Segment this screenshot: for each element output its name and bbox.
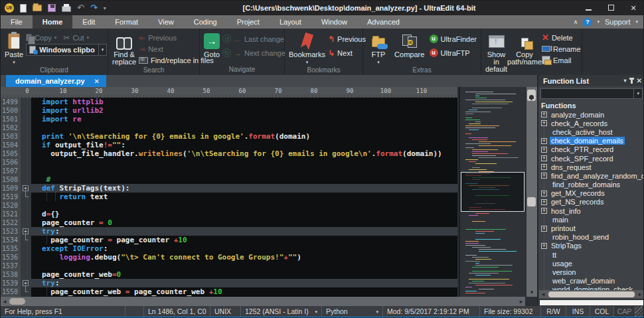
expand-icon[interactable]: + [541, 147, 547, 153]
status-column-mode-toggle[interactable]: COL [590, 306, 614, 317]
vertical-scrollbar[interactable]: ▾ [526, 87, 537, 297]
print-icon[interactable] [62, 6, 71, 12]
help-icon[interactable]: ? [583, 18, 592, 27]
menu-tab-home[interactable]: Home [33, 15, 73, 29]
function-list-edit-box[interactable] [539, 299, 644, 306]
minimize-button[interactable] [577, 1, 600, 15]
document-map[interactable] [459, 87, 525, 297]
menu-tab-layout[interactable]: Layout [270, 15, 311, 29]
function-item-host_info[interactable]: +host_info [541, 206, 644, 215]
expand-icon[interactable]: + [541, 138, 547, 144]
function-item-check_active_host[interactable]: check_active_host [541, 127, 644, 136]
bookmark-previous-button[interactable]: ↰ Previous [328, 34, 366, 44]
open-folder-icon[interactable] [33, 5, 42, 11]
scroll-left-icon[interactable]: ◂ [1, 298, 9, 305]
new-file-icon[interactable] [20, 4, 27, 13]
status-language-select[interactable]: Python▾ [322, 306, 383, 317]
menu-tab-format[interactable]: Format [105, 15, 148, 29]
fold-expand-icon[interactable]: + [23, 185, 29, 191]
ftp-button[interactable]: FTP▾ [367, 31, 390, 66]
function-item-printout[interactable]: +printout [541, 224, 644, 232]
show-in-default-app-button[interactable]: Show in default app [485, 31, 507, 80]
status-read-write-toggle[interactable]: R/W [541, 306, 566, 317]
expand-icon[interactable]: + [541, 199, 547, 205]
close-button[interactable]: ✕ [622, 1, 644, 15]
support-caret-icon[interactable]: ▾ [635, 19, 638, 25]
function-list-hscrollbar[interactable]: ◂ ▸ [539, 290, 644, 298]
bookmarks-button[interactable]: Bookmarks▾ [289, 31, 325, 66]
menu-tab-project[interactable]: Project [227, 15, 270, 29]
maximize-button[interactable] [600, 1, 622, 15]
next-change-button[interactable]: ↻ → Next change [222, 48, 285, 58]
find-replace-button[interactable]: Find & replace [112, 31, 136, 66]
expand-icon[interactable]: + [541, 173, 547, 179]
expand-icon[interactable]: + [541, 208, 547, 214]
pin-icon[interactable] [631, 78, 633, 84]
function-item-get_MX_records[interactable]: +get_MX_records [541, 189, 644, 198]
function-item-check_domain_emails[interactable]: +check_domain_emails [541, 137, 644, 145]
last-change-button[interactable]: ↺ ← Last change [222, 34, 285, 44]
panel-close-icon[interactable]: ✕ [637, 77, 642, 84]
delete-button[interactable]: ✕ Delete [542, 33, 581, 42]
function-item-check_A_records[interactable]: +check_A_records [541, 119, 644, 127]
email-button[interactable]: Email [542, 55, 581, 65]
expand-icon[interactable]: + [541, 112, 547, 118]
redo-icon[interactable]: ↷ [90, 3, 98, 13]
menu-tab-coding[interactable]: Coding [184, 15, 227, 29]
expand-icon[interactable]: + [541, 120, 547, 126]
paste-button[interactable]: Paste▾ [5, 31, 23, 66]
expand-icon[interactable]: + [541, 155, 547, 161]
copy-button[interactable]: Copy▾ [26, 33, 56, 42]
compare-button[interactable]: UE Compare [392, 31, 427, 58]
horizontal-scroll-thumb[interactable] [9, 298, 25, 305]
save-icon[interactable] [48, 4, 56, 12]
function-item-tt[interactable]: tt [541, 250, 644, 259]
expand-icon[interactable]: + [541, 164, 547, 170]
menu-tab-window[interactable]: Window [311, 15, 357, 29]
menu-tab-advanced[interactable]: Advanced [357, 15, 410, 29]
tree-scroll-right-icon[interactable]: ▸ [636, 291, 644, 297]
copy-path-name-button[interactable]: Copy path/name [510, 31, 539, 66]
tree-scroll-left-icon[interactable]: ◂ [539, 291, 547, 297]
expand-icon[interactable]: + [541, 243, 547, 249]
function-item-find_robtex_domains[interactable]: find_robtex_domains [541, 181, 644, 189]
function-item-analyze_domain[interactable]: +analyze_domain [541, 110, 644, 119]
horizontal-scrollbar[interactable]: ◂ ▸ [1, 297, 525, 306]
function-item-version[interactable]: version [541, 268, 644, 276]
undo-icon[interactable]: ↶ [77, 3, 84, 13]
function-item-check_PTR_record[interactable]: +check_PTR_record [541, 145, 644, 154]
customize-quick-access-icon[interactable]: ▾ [104, 5, 106, 11]
panel-menu-icon[interactable]: ▾ [624, 78, 627, 84]
rename-button[interactable]: Rename [542, 44, 581, 54]
function-item-check_SPF_record[interactable]: +check_SPF_record [541, 154, 644, 163]
function-item-StripTags[interactable]: +StripTags [541, 242, 644, 250]
support-menu[interactable]: Support [605, 18, 631, 26]
tree-scroll-thumb[interactable] [548, 291, 635, 297]
menu-tab-view[interactable]: View [148, 15, 184, 29]
scroll-down-icon[interactable]: ▾ [526, 289, 537, 295]
function-item-robin_hood_send[interactable]: robin_hood_send [541, 233, 644, 242]
goto-button[interactable]: → Goto [204, 31, 220, 58]
ultraftp-button[interactable]: u UltraFTP [430, 48, 477, 58]
scrollbar-bell-button[interactable] [527, 90, 536, 101]
vertical-scroll-thumb[interactable] [527, 197, 536, 206]
document-map-viewport[interactable] [461, 172, 524, 212]
expand-icon[interactable]: + [541, 226, 547, 232]
status-line-ending[interactable]: UNIX [210, 306, 241, 317]
status-insert-mode-toggle[interactable]: INS [566, 306, 590, 317]
function-item-dns_request[interactable]: +dns_request [541, 163, 644, 171]
status-caps-indicator[interactable]: CAP [614, 306, 635, 317]
function-item-usage[interactable]: usage [541, 259, 644, 268]
status-encoding-select[interactable]: 1252 (ANSI - Latin I)▾ [241, 306, 322, 317]
resize-grip[interactable] [635, 306, 644, 317]
function-item-get_NS_records[interactable]: +get_NS_records [541, 198, 644, 206]
bookmark-next-button[interactable]: ↳ Next [328, 48, 366, 58]
cut-button[interactable]: ✂ Cut▾ [63, 33, 89, 42]
expand-icon[interactable]: + [541, 191, 547, 197]
fold-expand-icon[interactable]: + [23, 228, 29, 234]
collapse-ribbon-icon[interactable]: ∧ [574, 19, 578, 25]
code-editor[interactable]: 1499import httplib1500import urllib21501… [1, 98, 457, 297]
function-filter-select[interactable]: ▾ [540, 88, 643, 99]
windows-clipboard-select[interactable]: Windows clipboard ▾ [26, 44, 107, 56]
function-item-main[interactable]: main [541, 215, 644, 224]
